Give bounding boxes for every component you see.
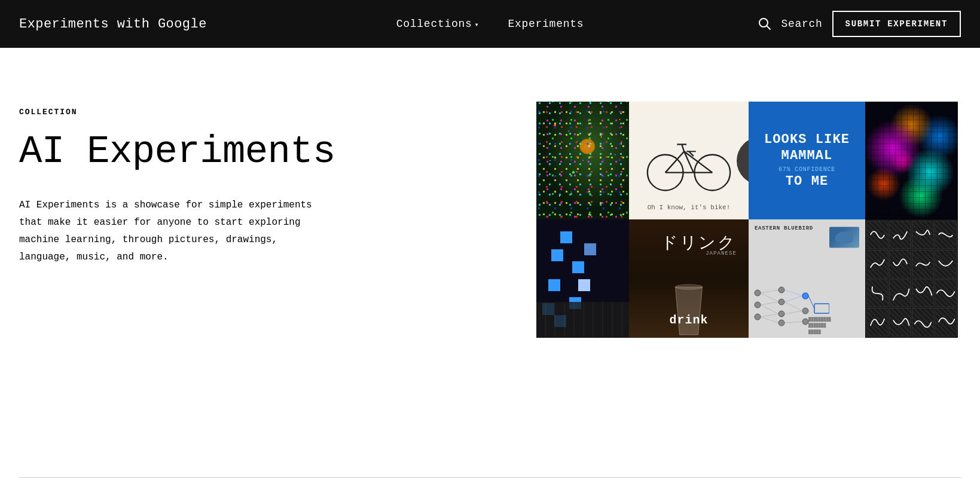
mosaic-cell-bluebird: EASTERN BLUEBIRD xyxy=(749,219,865,338)
header: Experiments with Google Collections ▾ Ex… xyxy=(0,0,980,48)
svg-point-23 xyxy=(802,319,808,325)
svg-point-19 xyxy=(778,311,784,317)
mammal-line3: TO ME xyxy=(786,174,829,189)
svg-line-25 xyxy=(761,290,778,293)
grid-item xyxy=(912,308,934,337)
mosaic-cell-drink: ドリンク JAPANESE drink xyxy=(629,219,749,338)
site-logo[interactable]: Experiments with Google xyxy=(19,17,207,32)
pixel-grid xyxy=(865,102,958,219)
japanese-label: JAPANESE xyxy=(706,250,737,256)
svg-line-26 xyxy=(761,293,778,302)
svg-point-15 xyxy=(755,302,761,308)
grid-item xyxy=(935,308,957,337)
svg-line-9 xyxy=(682,144,684,151)
mosaic-cell-worms xyxy=(865,219,958,338)
grid-item xyxy=(866,279,889,308)
svg-point-13 xyxy=(676,285,703,289)
nav-collections[interactable]: Collections ▾ xyxy=(396,18,480,30)
svg-point-16 xyxy=(755,314,761,320)
grid-item xyxy=(889,279,911,308)
page-title: AI Experiments xyxy=(19,131,335,173)
svg-line-32 xyxy=(784,296,802,302)
svg-line-30 xyxy=(761,317,778,323)
grid-item xyxy=(866,221,889,249)
bird-text: ▓▓▓▓▓▓▓▓▓ ▓▓▓▓▓▓▓ ▓▓▓▓▓ xyxy=(808,316,862,335)
chevron-down-icon: ▾ xyxy=(475,20,480,29)
blocks-pattern xyxy=(536,219,629,338)
mosaic-cell-mammal: LOOKS LIKE MAMMAL 67% CONFIDENCE TO ME xyxy=(749,102,865,219)
svg-line-27 xyxy=(761,302,778,305)
svg-point-14 xyxy=(755,290,761,296)
svg-point-20 xyxy=(778,320,784,326)
bird-label: EASTERN BLUEBIRD xyxy=(755,225,813,231)
bird-thumbnail xyxy=(829,227,859,248)
grid-item xyxy=(935,250,957,279)
grid-item xyxy=(889,221,911,249)
grid-item xyxy=(866,308,889,337)
left-panel: COLLECTION AI Experiments AI Experiments… xyxy=(19,96,335,266)
mosaic-cell-bicycle[interactable]: Oh I know, it's bike! ▶ xyxy=(629,102,749,219)
svg-point-21 xyxy=(802,293,808,299)
mosaic-grid: Oh I know, it's bike! ▶ LOOKS LIKE MAMMA… xyxy=(536,102,961,338)
main-content: COLLECTION AI Experiments AI Experiments… xyxy=(0,48,980,477)
search-icon[interactable] xyxy=(758,17,771,30)
grid-item xyxy=(889,250,911,279)
mosaic-cell-blocks xyxy=(536,219,629,338)
grid-item xyxy=(912,250,934,279)
mammal-line2: MAMMAL xyxy=(781,148,833,164)
particle-dots xyxy=(536,102,629,219)
svg-point-22 xyxy=(802,308,808,314)
mammal-line1: LOOKS LIKE xyxy=(764,132,850,148)
grid-item xyxy=(889,308,911,337)
svg-line-34 xyxy=(784,311,802,314)
grid-item xyxy=(935,221,957,249)
svg-point-18 xyxy=(778,299,784,305)
svg-line-36 xyxy=(808,296,814,308)
grid-item xyxy=(935,279,957,308)
worm-grid xyxy=(865,219,958,338)
svg-rect-24 xyxy=(814,304,829,313)
collection-label: COLLECTION xyxy=(19,108,335,117)
bicycle-caption: Oh I know, it's bike! xyxy=(629,204,749,211)
main-nav: Collections ▾ Experiments xyxy=(396,18,584,30)
drink-word: drink xyxy=(669,313,708,327)
grid-item xyxy=(912,221,934,249)
svg-line-31 xyxy=(784,290,802,296)
svg-line-28 xyxy=(761,305,778,314)
nav-experiments[interactable]: Experiments xyxy=(508,18,584,30)
mosaic-cell-pixels xyxy=(865,102,958,219)
svg-point-17 xyxy=(778,287,784,293)
svg-line-29 xyxy=(761,314,778,317)
video-play-button[interactable]: ▶ xyxy=(737,137,749,185)
svg-line-35 xyxy=(784,322,802,323)
footer-divider xyxy=(19,477,961,478)
mosaic-cell-particles xyxy=(536,102,629,219)
search-label[interactable]: Search xyxy=(781,18,822,30)
mammal-confidence: 67% CONFIDENCE xyxy=(778,166,835,173)
grid-item xyxy=(912,279,934,308)
submit-experiment-button[interactable]: SUBMIT EXPERIMENT xyxy=(832,11,961,37)
page-description: AI Experiments is a showcase for simple … xyxy=(19,197,335,265)
header-right: Search SUBMIT EXPERIMENT xyxy=(758,11,961,37)
svg-line-33 xyxy=(784,302,802,311)
svg-line-1 xyxy=(767,26,771,30)
grid-item xyxy=(866,250,889,279)
